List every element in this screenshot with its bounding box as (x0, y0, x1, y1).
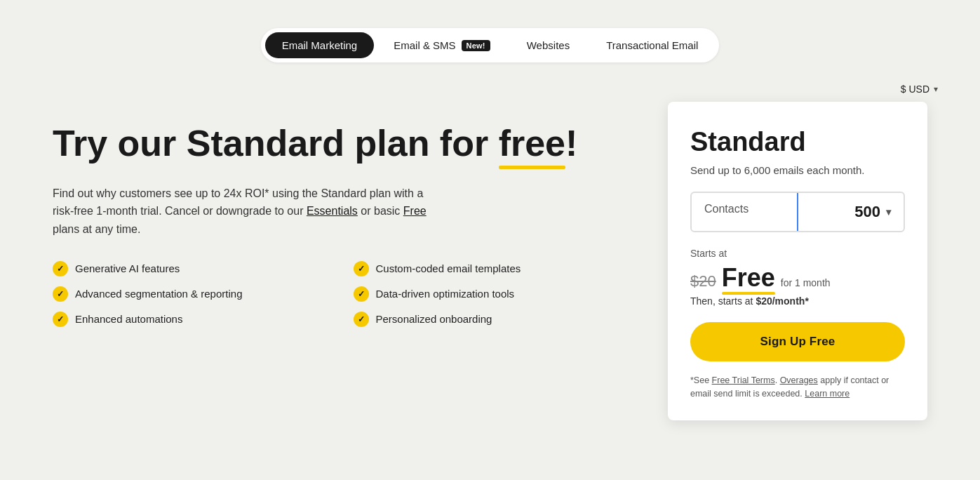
features-grid: ✓ Generative AI features ✓ Custom-coded … (53, 261, 626, 327)
feature-onboarding-label: Personalized onboarding (376, 313, 492, 325)
tab-email-marketing[interactable]: Email Marketing (265, 32, 375, 58)
feature-segmentation-label: Advanced segmentation & reporting (75, 288, 242, 300)
free-price-underline (722, 292, 775, 295)
description-post: plans at any time. (53, 223, 140, 235)
free-link[interactable]: Free (403, 205, 427, 217)
feature-onboarding: ✓ Personalized onboarding (354, 312, 626, 327)
then-price: $20/month* (756, 295, 808, 307)
contacts-label: Contacts (692, 193, 798, 231)
sign-up-button[interactable]: Sign Up Free (690, 322, 905, 361)
check-icon-optimization: ✓ (354, 286, 369, 302)
essentials-link[interactable]: Essentials (307, 205, 358, 217)
plan-card: Standard Send up to 6,000 emails each mo… (668, 102, 927, 420)
feature-optimization: ✓ Data-driven optimization tools (354, 286, 626, 302)
then-starts: Then, starts at $20/month* (690, 295, 905, 307)
tab-transactional-email[interactable]: Transactional Email (589, 32, 715, 58)
check-icon-segmentation: ✓ (53, 286, 68, 302)
then-label: Then, starts at (690, 295, 756, 307)
check-icon-ai: ✓ (53, 261, 68, 276)
learn-more-link[interactable]: Learn more (805, 389, 850, 399)
left-content: Try our Standard plan for free! Find out… (53, 109, 626, 420)
feature-segmentation: ✓ Advanced segmentation & reporting (53, 286, 325, 302)
tab-container: Email Marketing Email & SMS New! Website… (261, 28, 720, 62)
feature-automations: ✓ Enhanced automations (53, 312, 325, 327)
free-price-label: Free (722, 263, 775, 292)
footer-mid: . (775, 375, 780, 385)
plan-title: Standard (690, 127, 905, 157)
check-icon-automations: ✓ (53, 312, 68, 327)
contacts-selector[interactable]: Contacts 500 ▾ (690, 192, 905, 232)
page-headline: Try our Standard plan for free! (53, 123, 626, 165)
price-row: $20 Free for 1 month (690, 263, 905, 293)
contacts-value: 500 (854, 203, 880, 221)
free-price: Free (722, 263, 775, 293)
feature-ai-label: Generative AI features (75, 262, 180, 274)
main-content: Try our Standard plan for free! Find out… (0, 109, 980, 420)
new-badge: New! (462, 40, 490, 51)
chevron-down-icon: ▾ (934, 84, 938, 94)
check-icon-templates: ✓ (354, 261, 369, 276)
tab-bar: Email Marketing Email & SMS New! Website… (0, 0, 980, 84)
tab-email-marketing-label: Email Marketing (282, 39, 358, 51)
free-trial-terms-link[interactable]: Free Trial Terms (712, 375, 775, 385)
tab-email-sms[interactable]: Email & SMS New! (377, 32, 507, 58)
hero-description: Find out why customers see up to 24x ROI… (53, 185, 445, 239)
feature-ai: ✓ Generative AI features (53, 261, 325, 276)
feature-optimization-label: Data-driven optimization tools (376, 288, 515, 300)
plan-subtitle: Send up to 6,000 emails each month. (690, 164, 905, 176)
feature-automations-label: Enhanced automations (75, 313, 182, 325)
currency-selector[interactable]: $ USD ▾ (901, 84, 938, 95)
headline-post: ! (565, 123, 577, 164)
contacts-value-box[interactable]: 500 ▾ (798, 193, 904, 231)
footer-note: *See Free Trial Terms. Overages apply if… (690, 374, 905, 401)
headline-free-word: free (499, 123, 565, 165)
headline-free: free (499, 123, 565, 164)
feature-templates-label: Custom-coded email templates (376, 262, 521, 274)
chevron-down-icon: ▾ (886, 206, 891, 218)
tab-websites-label: Websites (527, 39, 570, 51)
tab-transactional-email-label: Transactional Email (606, 39, 698, 51)
headline-pre: Try our Standard plan for (53, 123, 499, 164)
tab-websites[interactable]: Websites (510, 32, 586, 58)
starts-at-label: Starts at (690, 248, 905, 259)
original-price: $20 (690, 272, 716, 291)
tab-email-sms-label: Email & SMS (394, 39, 455, 51)
overages-link[interactable]: Overages (780, 375, 818, 385)
currency-label: $ USD (901, 84, 929, 95)
footer-pre: *See (690, 375, 712, 385)
for-period: for 1 month (781, 277, 831, 288)
feature-templates: ✓ Custom-coded email templates (354, 261, 626, 276)
description-mid: or basic (358, 205, 403, 217)
check-icon-onboarding: ✓ (354, 312, 369, 327)
free-underline (499, 166, 565, 169)
